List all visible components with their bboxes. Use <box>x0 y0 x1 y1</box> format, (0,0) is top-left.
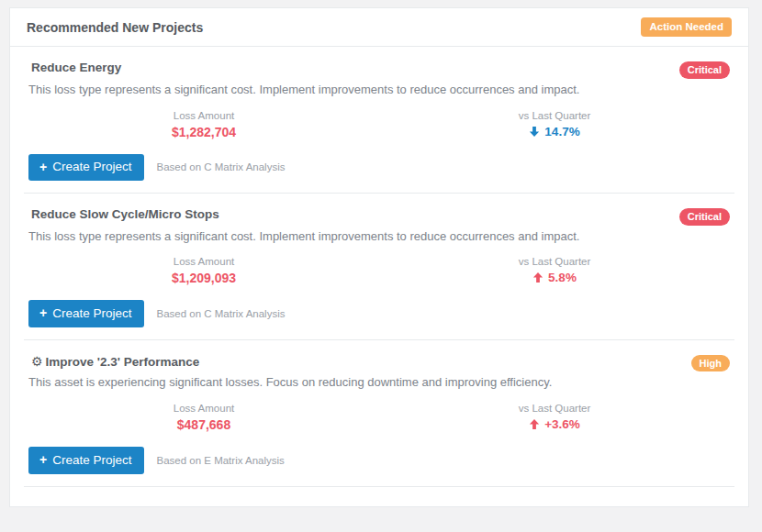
project-card-list: ⚙Reduce Energy Critical This loss type r… <box>10 47 748 487</box>
trend-percent-text: +3.6% <box>544 417 580 431</box>
arrow-up-icon <box>532 272 543 283</box>
loss-amount-label: Loss Amount <box>28 110 379 121</box>
loss-amount-value: $1,282,704 <box>28 125 379 139</box>
loss-amount-value: $487,668 <box>28 417 379 432</box>
plus-icon: + <box>39 453 47 467</box>
project-description: This asset is experiencing significant l… <box>28 375 730 391</box>
loss-amount-label: Loss Amount <box>28 403 379 414</box>
create-project-label: Create Project <box>52 161 131 174</box>
trend-value: 5.8% <box>532 271 577 284</box>
actions-row: + Create Project Based on C Matrix Analy… <box>28 154 730 181</box>
project-card: ⚙Reduce Slow Cycle/Micro Stops Critical … <box>24 194 734 340</box>
stats-row: Loss Amount $1,282,704 vs Last Quarter 1… <box>28 110 730 141</box>
based-on-text: Based on C Matrix Analysis <box>156 308 285 319</box>
project-title-text: Reduce Slow Cycle/Micro Stops <box>31 207 219 221</box>
based-on-text: Based on C Matrix Analysis <box>156 161 285 172</box>
stats-row: Loss Amount $487,668 vs Last Quarter +3.… <box>28 403 730 434</box>
page-title: Recommended New Projects <box>27 20 203 35</box>
loss-amount-stat: Loss Amount $1,282,704 <box>28 110 379 141</box>
trend-percent-text: 5.8% <box>548 271 577 284</box>
gear-icon: ⚙ <box>31 354 43 369</box>
vs-last-quarter-stat: vs Last Quarter 14.7% <box>379 110 730 141</box>
create-project-button[interactable]: + Create Project <box>28 154 144 181</box>
vs-last-quarter-stat: vs Last Quarter 5.8% <box>379 256 730 287</box>
loss-amount-label: Loss Amount <box>28 256 379 267</box>
loss-amount-value: $1,209,093 <box>28 271 379 285</box>
project-title-text: Improve '2.3' Performance <box>46 355 200 369</box>
card-header-row: ⚙Reduce Slow Cycle/Micro Stops Critical <box>28 207 730 226</box>
based-on-text: Based on E Matrix Analysis <box>156 455 284 466</box>
actions-row: + Create Project Based on C Matrix Analy… <box>28 300 730 327</box>
severity-badge: Critical <box>679 61 730 79</box>
loss-amount-stat: Loss Amount $487,668 <box>28 403 379 434</box>
trend-percent-text: 14.7% <box>544 125 579 139</box>
actions-row: + Create Project Based on E Matrix Analy… <box>28 447 730 473</box>
arrow-up-icon <box>529 418 540 430</box>
create-project-button[interactable]: + Create Project <box>28 447 144 473</box>
project-title: ⚙Reduce Energy <box>28 61 121 76</box>
create-project-button[interactable]: + Create Project <box>28 300 144 327</box>
project-description: This loss type represents a significant … <box>28 229 730 245</box>
create-project-label: Create Project <box>52 307 131 321</box>
arrow-down-icon <box>529 126 540 138</box>
severity-badge: High <box>691 355 730 372</box>
create-project-label: Create Project <box>52 454 131 468</box>
stats-row: Loss Amount $1,209,093 vs Last Quarter 5… <box>28 256 730 287</box>
project-title-text: Reduce Energy <box>31 61 121 74</box>
severity-badge: Critical <box>679 208 730 226</box>
vs-last-quarter-label: vs Last Quarter <box>379 110 730 121</box>
project-card: ⚙Improve '2.3' Performance High This ass… <box>24 340 734 487</box>
vs-last-quarter-stat: vs Last Quarter +3.6% <box>379 403 730 434</box>
panel-header: Recommended New Projects Action Needed <box>10 8 748 47</box>
loss-amount-stat: Loss Amount $1,209,093 <box>28 256 379 287</box>
action-needed-badge: Action Needed <box>641 17 732 37</box>
plus-icon: + <box>39 161 47 174</box>
project-description: This loss type represents a significant … <box>28 83 730 98</box>
project-card: ⚙Reduce Energy Critical This loss type r… <box>24 47 734 194</box>
recommended-projects-panel: Recommended New Projects Action Needed ⚙… <box>9 7 749 507</box>
vs-last-quarter-label: vs Last Quarter <box>379 256 730 267</box>
trend-value: 14.7% <box>529 125 579 139</box>
card-header-row: ⚙Improve '2.3' Performance High <box>28 354 730 372</box>
project-title: ⚙Reduce Slow Cycle/Micro Stops <box>28 207 219 223</box>
vs-last-quarter-label: vs Last Quarter <box>379 403 730 414</box>
project-title: ⚙Improve '2.3' Performance <box>28 354 199 371</box>
trend-value: +3.6% <box>529 417 580 431</box>
card-header-row: ⚙Reduce Energy Critical <box>28 61 730 79</box>
plus-icon: + <box>39 306 47 320</box>
